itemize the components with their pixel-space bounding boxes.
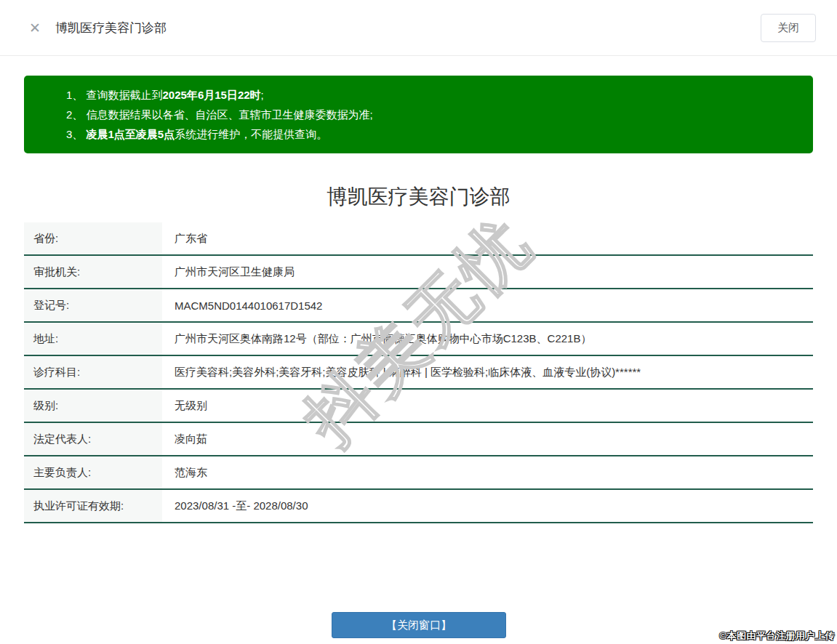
close-icon[interactable]: ✕ xyxy=(29,21,41,35)
table-row: 省份: 广东省 xyxy=(24,222,813,256)
close-window-button[interactable]: 【关闭窗口】 xyxy=(332,612,506,638)
row-value: 范海东 xyxy=(162,456,813,488)
table-row: 登记号: MACM5ND0144010617D1542 xyxy=(24,289,813,323)
row-label: 地址: xyxy=(24,323,162,355)
notice-box: 1、 查询数据截止到2025年6月15日22时;2、 信息数据结果以各省、自治区… xyxy=(24,76,813,153)
row-label: 登记号: xyxy=(24,289,162,321)
row-label: 法定代表人: xyxy=(24,423,162,455)
table-row: 主要负责人: 范海东 xyxy=(24,456,813,490)
notice-line: 2、 信息数据结果以各省、自治区、直辖市卫生健康委数据为准; xyxy=(66,105,798,124)
row-label: 省份: xyxy=(24,222,162,254)
table-row: 级别: 无级别 xyxy=(24,390,813,423)
row-value: 广州市天河区奥体南路12号（部位：广州市高德汇奥体购物中心市场C123B、C22… xyxy=(162,323,813,355)
header-close-button[interactable]: 关闭 xyxy=(761,14,816,42)
table-row: 诊疗科目: 医疗美容科;美容外科;美容牙科;美容皮肤科 | 麻醉科 | 医学检验… xyxy=(24,356,813,390)
row-value: MACM5ND0144010617D1542 xyxy=(162,289,813,321)
row-value: 2023/08/31 -至- 2028/08/30 xyxy=(162,490,813,522)
row-value: 广州市天河区卫生健康局 xyxy=(162,256,813,288)
table-row: 审批机关: 广州市天河区卫生健康局 xyxy=(24,256,813,289)
row-label: 级别: xyxy=(24,390,162,422)
table-row: 执业许可证有效期: 2023/08/31 -至- 2028/08/30 xyxy=(24,490,813,523)
notice-line: 1、 查询数据截止到2025年6月15日22时; xyxy=(66,85,798,105)
header-title: 博凯医疗美容门诊部 xyxy=(55,20,761,36)
table-row: 地址: 广州市天河区奥体南路12号（部位：广州市高德汇奥体购物中心市场C123B… xyxy=(24,323,813,356)
notice-line: 3、 凌晨1点至凌晨5点系统进行维护，不能提供查询。 xyxy=(66,124,798,144)
row-value: 广东省 xyxy=(162,222,813,254)
row-value: 凌向茹 xyxy=(162,423,813,455)
modal-header: ✕ 博凯医疗美容门诊部 关闭 xyxy=(0,0,837,56)
row-label: 诊疗科目: xyxy=(24,356,162,388)
table-row: 法定代表人: 凌向茹 xyxy=(24,423,813,456)
row-value: 医疗美容科;美容外科;美容牙科;美容皮肤科 | 麻醉科 | 医学检验科;临床体液… xyxy=(162,356,813,388)
row-label: 主要负责人: xyxy=(24,456,162,488)
clinic-name-title: 博凯医疗美容门诊部 xyxy=(0,182,837,212)
detail-table: 省份: 广东省 审批机关: 广州市天河区卫生健康局 登记号: MACM5ND01… xyxy=(24,222,813,523)
row-value: 无级别 xyxy=(162,390,813,422)
credit-watermark: ©本图由平台注册用户上传 xyxy=(719,629,835,643)
row-label: 审批机关: xyxy=(24,256,162,288)
row-label: 执业许可证有效期: xyxy=(24,490,162,522)
